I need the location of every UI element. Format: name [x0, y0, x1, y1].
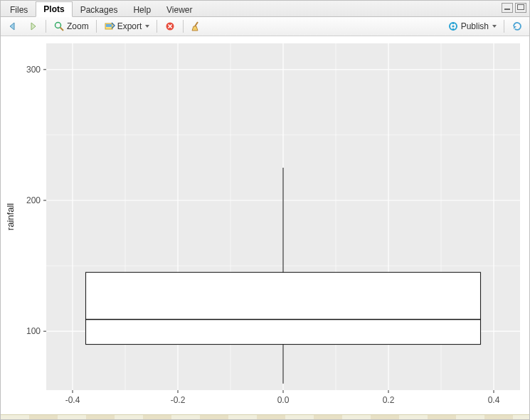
- separator: [96, 20, 97, 33]
- separator: [504, 20, 504, 33]
- zoom-button[interactable]: Zoom: [50, 18, 92, 34]
- svg-text:-0.2: -0.2: [171, 395, 186, 405]
- separator: [157, 20, 157, 33]
- svg-point-0: [55, 23, 61, 28]
- separator: [46, 20, 46, 33]
- clear-all-button[interactable]: [187, 18, 206, 34]
- pane-tabbar: Files Plots Packages Help Viewer: [1, 1, 529, 17]
- svg-text:-0.4: -0.4: [65, 395, 80, 405]
- publish-label: Publish: [461, 21, 489, 31]
- refresh-button[interactable]: [508, 18, 526, 34]
- arrow-left-icon: [7, 21, 18, 32]
- export-icon: [104, 21, 115, 32]
- svg-rect-46: [86, 272, 481, 344]
- magnifier-icon: [53, 21, 65, 32]
- export-label: Export: [117, 21, 142, 31]
- svg-text:200: 200: [26, 195, 41, 205]
- plots-toolbar: Zoom Export: [1, 17, 529, 36]
- status-strip: [1, 414, 529, 419]
- svg-text:300: 300: [26, 65, 41, 75]
- export-button[interactable]: Export: [100, 18, 154, 34]
- boxplot-chart: -0.4-0.20.00.20.4100200300rainfall: [1, 36, 529, 414]
- svg-text:100: 100: [26, 326, 41, 336]
- next-plot-button[interactable]: [23, 18, 42, 34]
- svg-line-7: [195, 22, 198, 26]
- remove-plot-button[interactable]: [161, 18, 179, 34]
- svg-text:0.2: 0.2: [383, 395, 395, 405]
- svg-text:0.0: 0.0: [277, 395, 290, 405]
- plots-pane: Files Plots Packages Help Viewer Zoo: [0, 0, 530, 420]
- pane-minimize-button[interactable]: [502, 3, 513, 13]
- tab-plots[interactable]: Plots: [36, 1, 72, 17]
- prev-plot-button[interactable]: [4, 18, 22, 34]
- publish-button[interactable]: Publish: [444, 18, 500, 34]
- zoom-label: Zoom: [67, 21, 89, 31]
- svg-line-1: [60, 28, 64, 31]
- refresh-icon: [512, 21, 523, 32]
- chevron-down-icon: [492, 25, 497, 28]
- arrow-right-icon: [27, 21, 38, 32]
- broom-icon: [191, 21, 202, 32]
- svg-text:0.4: 0.4: [488, 395, 500, 405]
- svg-rect-3: [106, 24, 112, 27]
- tab-files[interactable]: Files: [2, 2, 36, 17]
- tab-help[interactable]: Help: [125, 2, 159, 17]
- tab-viewer[interactable]: Viewer: [159, 2, 200, 17]
- delete-icon: [164, 21, 176, 32]
- svg-text:rainfall: rainfall: [5, 203, 16, 230]
- pane-maximize-button[interactable]: [515, 3, 526, 13]
- publish-icon: [447, 21, 459, 32]
- separator: [183, 20, 184, 33]
- plot-area: -0.4-0.20.00.20.4100200300rainfall: [1, 36, 529, 414]
- chevron-down-icon: [145, 25, 149, 28]
- tab-packages[interactable]: Packages: [73, 2, 126, 17]
- svg-point-9: [452, 25, 454, 27]
- pane-window-buttons: [502, 3, 526, 13]
